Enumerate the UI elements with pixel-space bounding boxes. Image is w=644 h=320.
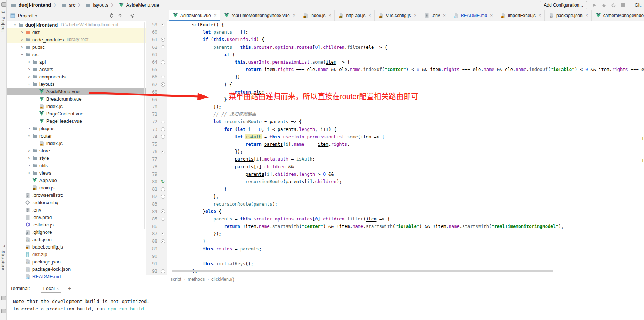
code-line-79[interactable]: 79 parents[i].children.length > 0 && (146, 171, 644, 178)
code-line-77[interactable]: 77 parents[i].meta.auth = isAuth; (146, 155, 644, 163)
code-line-85[interactable]: 85 parents = this.$router.options.routes… (146, 215, 644, 223)
code-line-59[interactable]: 59 setRoute() { (146, 21, 644, 28)
editor-horizontal-scrollbar[interactable] (172, 270, 553, 272)
code-line-62[interactable]: 62 parents = this.$router.options.routes… (146, 44, 644, 51)
close-icon[interactable]: × (57, 286, 59, 291)
chevron-right-icon[interactable]: › (27, 163, 31, 168)
chevron-down-icon[interactable]: › (13, 23, 18, 27)
error-stripe-mark[interactable] (642, 137, 643, 140)
tree-item-router[interactable]: ›router (7, 132, 146, 139)
code-line-73[interactable]: 73 for (let i = 0; i < parents.length; i… (146, 126, 644, 133)
code-line-60[interactable]: 60 let parents = []; (146, 28, 644, 36)
add-configuration-button[interactable]: Add Configuration... (540, 1, 587, 9)
error-stripe-mark[interactable] (642, 159, 643, 162)
tree-item-breadcrumb.vue[interactable]: Breadcrumb.vue (7, 95, 146, 102)
tree-item-dist.zip[interactable]: dist.zip (7, 250, 146, 258)
editor-tab[interactable]: JSvue.config.js× (375, 10, 420, 21)
code-editor[interactable]: 59 setRoute() {60 let parents = [];61 if… (146, 21, 644, 275)
code-line-91[interactable]: 91 this.initialKeys(); (146, 260, 644, 267)
tree-item-.env.prod[interactable]: .env.prod (7, 213, 146, 221)
code-line-88[interactable]: 88 } (146, 238, 644, 245)
tree-item-index.js[interactable]: JSindex.js (7, 139, 146, 147)
favorites-icon[interactable] (1, 296, 6, 300)
code-line-78[interactable]: 78 parents[i].children && (146, 163, 644, 171)
tree-item-readme.md[interactable]: MDREADME.md (7, 273, 146, 280)
close-icon[interactable]: × (414, 13, 416, 18)
tool-window-structure-button[interactable]: 7: Structure (1, 245, 6, 270)
chevron-down-icon[interactable]: ▼ (34, 14, 38, 18)
fold-toggle-icon[interactable] (159, 230, 167, 238)
tree-item-src[interactable]: ›src (7, 51, 146, 58)
fold-toggle-icon[interactable] (159, 215, 167, 223)
chevron-right-icon[interactable]: › (20, 37, 24, 42)
project-panel-title[interactable]: Project (18, 13, 33, 18)
fold-toggle-icon[interactable] (159, 81, 167, 88)
chevron-down-icon[interactable]: › (20, 52, 25, 57)
chevron-right-icon[interactable]: › (27, 148, 31, 153)
chevron-right-icon[interactable]: › (27, 170, 31, 175)
tree-item-components[interactable]: ›components (7, 73, 146, 80)
code-line-70[interactable]: 70 }); (146, 103, 644, 111)
tree-item-style[interactable]: ›style (7, 154, 146, 162)
new-terminal-tab-button[interactable]: + (68, 286, 71, 292)
breadcrumb-item[interactable]: src (61, 2, 75, 8)
editor-tab[interactable]: cameraManage\index.vue× (592, 10, 644, 21)
chevron-right-icon[interactable]: › (27, 74, 31, 79)
editor-tab[interactable]: {}package.json× (545, 10, 592, 21)
tree-item-plugins[interactable]: ›plugins (7, 125, 146, 132)
tree-item-layouts[interactable]: ›layouts (7, 80, 146, 88)
fold-toggle-icon[interactable] (159, 238, 167, 245)
close-icon[interactable]: × (293, 13, 295, 18)
chevron-right-icon[interactable]: › (27, 155, 31, 161)
code-line-87[interactable]: 87 }); (146, 230, 644, 238)
code-line-61[interactable]: 61 if (this.userInfo.id) { (146, 36, 644, 43)
grid-icon[interactable] (1, 309, 6, 313)
code-line-81[interactable]: 81 } (146, 185, 644, 193)
code-line-75[interactable]: 75 return parents[i].name === item.right… (146, 141, 644, 148)
code-breadcrumb-item[interactable]: script (171, 277, 181, 282)
code-line-69[interactable]: 69 } (146, 96, 644, 103)
tree-item-views[interactable]: ›views (7, 169, 146, 176)
fold-toggle-icon[interactable] (159, 267, 167, 275)
fold-toggle-icon[interactable] (159, 58, 167, 66)
tree-item-public[interactable]: ›public (7, 43, 146, 51)
fold-toggle-icon[interactable] (159, 185, 167, 193)
code-line-64[interactable]: 64 this.userInfo.permissionList.some(ite… (146, 58, 644, 66)
close-icon[interactable]: × (586, 13, 588, 18)
code-breadcrumb-item[interactable]: methods (188, 277, 205, 282)
tree-item-utils[interactable]: ›utils (7, 162, 146, 169)
editor-tab[interactable]: AsideMenu.vue× (169, 10, 220, 21)
tree-item-api[interactable]: ›api (7, 58, 146, 65)
tree-item-node-modules[interactable]: ›node_moduleslibrary root (7, 36, 146, 43)
fold-toggle-icon[interactable] (159, 21, 167, 28)
fold-toggle-icon[interactable] (159, 36, 167, 43)
close-icon[interactable]: × (539, 13, 541, 18)
tree-item-pageheader.vue[interactable]: PageHeader.vue (7, 117, 146, 125)
editor-tab[interactable]: MDREADME.md× (449, 10, 496, 21)
code-line-83[interactable]: 83 recursionRoute(parents); (146, 201, 644, 208)
rerun-coverage-icon[interactable] (611, 3, 616, 8)
tree-item-store[interactable]: ›store (7, 147, 146, 154)
editor-tab[interactable]: .env× (420, 10, 449, 21)
code-line-66[interactable]: 66 }) (146, 73, 644, 81)
tree-item-pagecontent.vue[interactable]: PageContent.vue (7, 110, 146, 117)
code-line-72[interactable]: 72 let recursionRoute = parents => { (146, 118, 644, 125)
tree-scrollbar[interactable] (144, 22, 145, 229)
editor-tab[interactable]: JShttp-api.js× (335, 10, 375, 21)
gear-icon[interactable] (130, 13, 135, 18)
code-line-76[interactable]: 76 }); (146, 148, 644, 155)
tree-item-.eslintrc.js[interactable]: .eslintrc.js (7, 221, 146, 228)
tool-window-icon[interactable] (1, 2, 6, 7)
code-line-65[interactable]: 65 return item.rights === ele.name && el… (146, 66, 644, 73)
chevron-right-icon[interactable]: › (27, 126, 31, 131)
tree-item-main.js[interactable]: JSmain.js (7, 184, 146, 191)
code-line-84[interactable]: 84 }else { (146, 208, 644, 215)
code-line-80[interactable]: 80↻ recursionRoute(parents[i].children); (146, 178, 644, 185)
tree-item-.env[interactable]: .env (7, 206, 146, 213)
breadcrumb-item[interactable]: layouts (85, 2, 108, 8)
code-line-71[interactable]: 71 // // 递归权限路由 (146, 111, 644, 118)
tool-window-project-button[interactable]: 1: Project (1, 11, 6, 32)
close-icon[interactable]: × (443, 13, 446, 18)
chevron-down-icon[interactable]: › (27, 134, 32, 138)
fold-toggle-icon[interactable] (159, 126, 167, 133)
